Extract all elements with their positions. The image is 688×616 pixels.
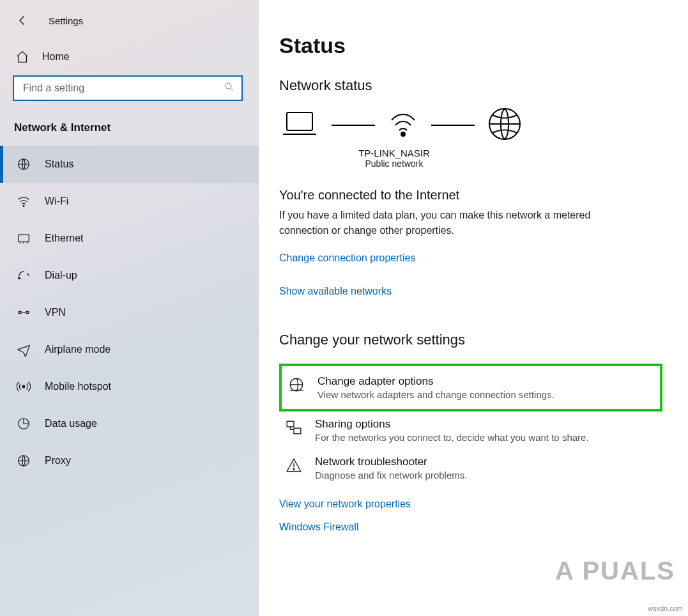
- sidebar-home-label: Home: [42, 51, 70, 63]
- globe-internet-icon: [487, 107, 522, 144]
- option-desc: Diagnose and fix network problems.: [315, 470, 467, 481]
- sidebar-item-label: Dial-up: [45, 270, 77, 281]
- home-icon: [15, 50, 29, 64]
- option-sharing[interactable]: Sharing options For the networks you con…: [279, 412, 662, 449]
- svg-point-16: [293, 468, 294, 470]
- svg-point-7: [22, 385, 25, 388]
- sidebar-item-label: Data usage: [45, 418, 97, 429]
- sidebar-item-vpn[interactable]: VPN: [0, 294, 259, 331]
- svg-point-0: [226, 83, 231, 89]
- link-show-available-networks[interactable]: Show available networks: [279, 286, 662, 297]
- sidebar-item-label: Wi-Fi: [45, 196, 68, 207]
- wifi-router-icon: [388, 110, 418, 141]
- option-title: Change adapter options: [317, 375, 554, 388]
- sidebar-item-label: Airplane mode: [45, 344, 111, 355]
- sidebar-item-label: Mobile hotspot: [45, 381, 111, 392]
- option-title: Sharing options: [315, 418, 589, 431]
- ethernet-icon: [17, 231, 31, 245]
- network-type-label: Public network: [279, 158, 509, 169]
- hotspot-icon: [17, 380, 31, 394]
- sidebar-item-wifi[interactable]: Wi-Fi: [0, 183, 259, 220]
- sidebar: Settings Home Network & Internet Status: [0, 0, 259, 616]
- sidebar-item-label: Ethernet: [45, 233, 83, 244]
- link-view-network-properties[interactable]: View your network properties: [279, 498, 662, 510]
- proxy-icon: [17, 454, 31, 468]
- option-change-adapter[interactable]: Change adapter options View network adap…: [279, 364, 662, 412]
- sidebar-section-title: Network & Internet: [0, 111, 259, 141]
- link-change-connection-properties[interactable]: Change connection properties: [279, 252, 662, 264]
- topology-labels: TP-LINK_NASIR Public network: [279, 148, 509, 169]
- sidebar-item-datausage[interactable]: Data usage: [0, 405, 259, 442]
- svg-rect-15: [294, 428, 301, 434]
- connector-line: [332, 125, 375, 126]
- source-label: wsxdn.com: [648, 604, 683, 612]
- sidebar-item-proxy[interactable]: Proxy: [0, 442, 259, 479]
- globe-icon: [17, 157, 31, 171]
- search-box[interactable]: [13, 75, 243, 101]
- watermark: A PUALS: [555, 557, 675, 585]
- network-topology: [280, 107, 662, 144]
- option-title: Network troubleshooter: [315, 456, 467, 468]
- page-title: Status: [279, 33, 662, 58]
- sharing-icon: [284, 418, 303, 436]
- sidebar-item-hotspot[interactable]: Mobile hotspot: [0, 368, 259, 405]
- adapter-icon: [287, 375, 306, 393]
- option-troubleshooter[interactable]: Network troubleshooter Diagnose and fix …: [279, 449, 662, 487]
- watermark-text: A PUALS: [555, 557, 675, 585]
- svg-point-5: [19, 311, 22, 314]
- svg-rect-14: [287, 421, 294, 427]
- sidebar-item-label: VPN: [45, 307, 66, 318]
- svg-point-2: [23, 205, 24, 206]
- sidebar-item-label: Proxy: [45, 455, 71, 466]
- sidebar-item-dialup[interactable]: Dial-up: [0, 257, 259, 294]
- connector-line: [431, 125, 475, 126]
- main-content: Status Network status TP-LINK_NASIR Publ…: [259, 0, 688, 616]
- back-button[interactable]: [15, 13, 31, 28]
- search-icon: [224, 81, 235, 95]
- ssid-label: TP-LINK_NASIR: [279, 148, 509, 158]
- search-input[interactable]: [23, 82, 224, 94]
- svg-rect-3: [19, 235, 29, 242]
- link-windows-firewall[interactable]: Windows Firewall: [279, 521, 662, 533]
- data-usage-icon: [17, 417, 31, 431]
- app-title: Settings: [49, 15, 83, 26]
- sidebar-item-ethernet[interactable]: Ethernet: [0, 220, 259, 257]
- option-desc: For the networks you connect to, decide …: [315, 432, 589, 443]
- svg-point-4: [19, 278, 20, 279]
- warning-icon: [284, 456, 303, 474]
- vpn-icon: [17, 305, 31, 320]
- sidebar-item-label: Status: [45, 158, 73, 170]
- connected-body: If you have a limited data plan, you can…: [279, 208, 637, 238]
- option-desc: View network adapters and change connect…: [317, 389, 554, 400]
- svg-point-6: [26, 311, 29, 314]
- sidebar-home[interactable]: Home: [0, 41, 259, 73]
- laptop-icon: [280, 110, 319, 141]
- svg-rect-10: [287, 112, 312, 130]
- sidebar-item-airplane[interactable]: Airplane mode: [0, 331, 259, 368]
- network-status-heading: Network status: [279, 77, 662, 94]
- airplane-icon: [17, 343, 31, 357]
- svg-point-11: [401, 132, 405, 136]
- connected-heading: You're connected to the Internet: [279, 188, 662, 203]
- sidebar-nav: Status Wi-Fi Ethernet Dial-up VPN Airpla…: [0, 146, 259, 479]
- wifi-icon: [17, 194, 31, 208]
- sidebar-item-status[interactable]: Status: [0, 146, 259, 183]
- change-settings-heading: Change your network settings: [279, 332, 662, 348]
- dialup-icon: [17, 268, 31, 282]
